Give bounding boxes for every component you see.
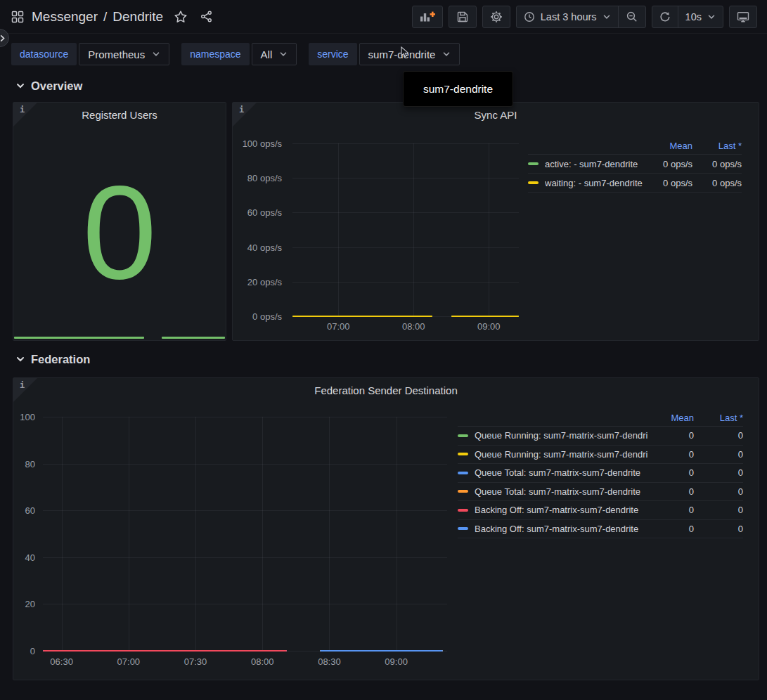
plot-area[interactable] <box>292 143 519 316</box>
time-range-button[interactable]: Last 3 hours <box>517 6 618 27</box>
dashboards-grid-icon[interactable] <box>11 11 24 23</box>
y-axis-tick-label: 0 ops/s <box>252 311 282 322</box>
legend-row[interactable]: Backing Off: sum7-matrix-sum7-dendrite00 <box>458 501 743 520</box>
y-axis-tick-label: 100 ops/s <box>243 138 282 149</box>
legend-swatch <box>528 162 539 165</box>
datasource-value: Prometheus <box>88 48 145 60</box>
variables-bar: datasource Prometheus namespace All serv… <box>11 43 460 65</box>
refresh-icon <box>659 11 671 22</box>
chevron-right-icon <box>0 34 6 42</box>
legend-row[interactable]: Queue Total: sum7-matrix-sum7-dendrite00 <box>458 483 743 502</box>
namespace-dropdown[interactable]: All <box>252 43 297 65</box>
y-axis-tick-label: 20 ops/s <box>247 276 282 287</box>
chevron-down-icon <box>442 50 451 58</box>
datasource-dropdown[interactable]: Prometheus <box>79 43 169 65</box>
legend-column-header[interactable]: Mean <box>646 141 692 151</box>
legend-label: active: - sum7-dendrite <box>545 159 646 169</box>
stat-value: 0 <box>13 138 226 326</box>
legend-mean-value: 0 <box>647 430 694 441</box>
dashboard-settings-button[interactable] <box>482 6 510 28</box>
legend-row[interactable]: active: - sum7-dendrite0 ops/s0 ops/s <box>528 155 742 174</box>
section-title: Federation <box>31 353 90 366</box>
clock-icon <box>524 11 535 22</box>
time-range-label: Last 3 hours <box>541 11 597 22</box>
h-gridline <box>292 178 519 179</box>
tooltip-text: sum7-dendrite <box>423 83 493 96</box>
x-axis-tick-label: 06:30 <box>50 656 73 667</box>
page-title: Messenger / Dendrite <box>32 9 163 25</box>
legend-last-value: 0 <box>694 449 743 460</box>
legend-row[interactable]: waiting: - sum7-dendrite0 ops/s0 ops/s <box>528 174 742 193</box>
chevron-down-icon <box>279 50 288 58</box>
legend-label: Queue Total: sum7-matrix-sum7-dendrite <box>475 467 647 478</box>
y-axis: 020406080100 <box>13 417 39 651</box>
refresh-button[interactable] <box>652 6 678 27</box>
breadcrumb-folder[interactable]: Messenger <box>32 9 98 25</box>
panel-sync-api: i Sync API 0 ops/s20 ops/s40 ops/s60 ops… <box>232 102 759 341</box>
legend-label: Queue Running: sum7-matrix-sum7-dendrite <box>475 430 647 441</box>
refresh-picker: 10s <box>652 6 723 28</box>
legend-column-header[interactable]: Last * <box>692 141 742 151</box>
section-federation[interactable]: Federation <box>15 351 90 368</box>
v-gridline <box>262 417 263 651</box>
variable-label: datasource <box>11 43 77 65</box>
kiosk-mode-button[interactable] <box>729 6 757 28</box>
legend-mean-value: 0 ops/s <box>646 178 692 188</box>
x-axis-tick-label: 09:00 <box>385 656 408 667</box>
v-gridline <box>62 417 63 651</box>
h-gridline <box>292 247 519 248</box>
x-axis-tick-label: 08:30 <box>318 656 341 667</box>
legend-swatch <box>458 453 468 455</box>
legend-swatch <box>528 181 539 184</box>
x-axis-tick-label: 07:00 <box>327 321 350 332</box>
x-axis-tick-label: 08:00 <box>251 656 274 667</box>
chevron-down-icon <box>152 50 160 58</box>
y-axis-tick-label: 20 <box>25 599 35 609</box>
panel-title[interactable]: Registerd Users <box>13 109 226 121</box>
x-axis-tick-label: 08:00 <box>402 321 425 332</box>
legend-last-value: 0 <box>694 524 743 534</box>
variable-label: service <box>309 43 356 65</box>
stat-sparkline <box>14 337 225 339</box>
service-dropdown[interactable]: sum7-dendrite <box>359 43 460 65</box>
legend-swatch <box>458 490 468 493</box>
section-overview[interactable]: Overview <box>15 77 82 94</box>
star-icon[interactable] <box>174 10 188 24</box>
chevron-down-icon <box>15 81 25 91</box>
panel-registered-users: i Registerd Users 0 <box>13 102 226 341</box>
time-picker: Last 3 hours <box>516 6 646 28</box>
dashboard-toolbar: Last 3 hours <box>412 6 757 28</box>
legend-row[interactable]: Backing Off: sum7-matrix-sum7-dendrite00 <box>458 520 743 539</box>
zoom-out-time-button[interactable] <box>618 6 645 27</box>
add-panel-button[interactable] <box>412 6 443 28</box>
legend-column-header[interactable]: Mean <box>647 413 694 423</box>
legend-mean-value: 0 ops/s <box>646 159 692 169</box>
legend-row[interactable]: Queue Running: sum7-matrix-sum7-dendrite… <box>458 427 743 446</box>
legend-swatch <box>458 472 468 474</box>
legend-row[interactable]: Queue Running: sum7-matrix-sum7-dendrite… <box>458 446 743 465</box>
legend-label: Queue Total: sum7-matrix-sum7-dendrite <box>475 486 647 497</box>
legend-label: Queue Running: sum7-matrix-sum7-dendrite <box>475 449 647 460</box>
share-icon[interactable] <box>200 10 213 23</box>
v-gridline <box>397 417 397 651</box>
panel-title[interactable]: Sync API <box>233 109 759 121</box>
save-dashboard-button[interactable] <box>449 6 477 28</box>
variable-service: service sum7-dendrite <box>309 43 460 65</box>
legend-last-value: 0 <box>694 467 743 478</box>
plot-area[interactable] <box>43 417 447 651</box>
magnifier-minus-icon <box>626 11 638 23</box>
breadcrumb-dashboard[interactable]: Dendrite <box>112 9 163 25</box>
refresh-interval-button[interactable]: 10s <box>678 6 723 27</box>
h-gridline <box>43 464 447 465</box>
legend-mean-value: 0 <box>647 467 694 478</box>
panel-title[interactable]: Federation Sender Destination <box>13 384 759 396</box>
variable-namespace: namespace All <box>181 43 297 65</box>
legend-swatch <box>458 527 468 530</box>
y-axis-tick-label: 60 <box>25 505 35 516</box>
legend-row[interactable]: Queue Total: sum7-matrix-sum7-dendrite00 <box>458 464 743 483</box>
gear-icon <box>490 11 503 23</box>
legend-column-header[interactable]: Last * <box>694 413 743 423</box>
panel-federation-sender: i Federation Sender Destination 02040608… <box>13 377 759 680</box>
legend-mean-value: 0 <box>647 524 694 534</box>
monitor-icon <box>737 11 749 23</box>
